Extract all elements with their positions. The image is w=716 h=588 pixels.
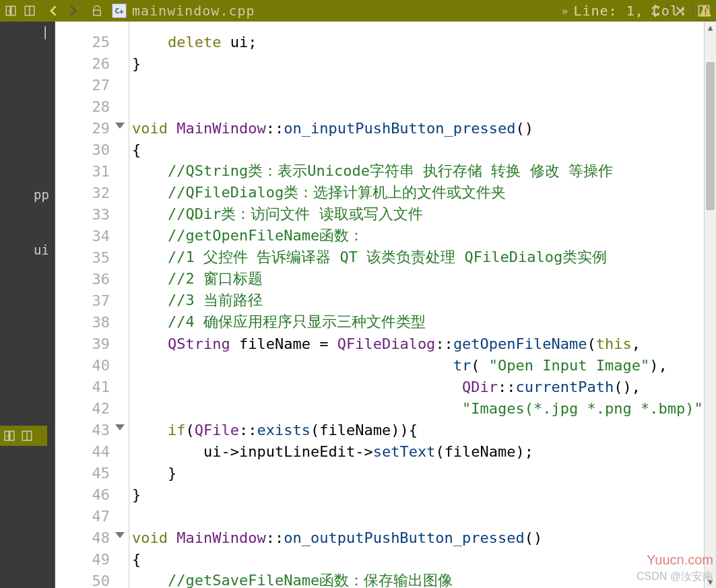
line-number: 29 (55, 117, 129, 139)
code-line[interactable]: } (129, 484, 716, 505)
line-number: 33 (55, 203, 129, 225)
code-line[interactable]: //QString类：表示Unicode字符串 执行存储 转换 修改 等操作 (129, 160, 716, 182)
code-line[interactable]: //3 当前路径 (129, 290, 716, 311)
svg-text:+: + (8, 7, 12, 14)
fold-arrow-icon[interactable] (115, 424, 125, 430)
svg-rect-1 (11, 6, 15, 15)
line-number: 39 (55, 333, 129, 354)
svg-rect-5 (94, 10, 101, 15)
line-number: 40 (55, 354, 129, 376)
left-add-split-button[interactable]: + (1, 426, 18, 445)
code-line[interactable]: //QFileDialog类：选择计算机上的文件或文件夹 (129, 182, 716, 203)
left-panel-item-ui[interactable]: ui (34, 242, 49, 257)
line-number: 45 (55, 462, 129, 484)
fold-arrow-icon[interactable] (115, 532, 125, 538)
code-line[interactable]: QString fileName = QFileDialog::getOpenF… (129, 333, 716, 354)
fold-arrow-icon[interactable] (115, 123, 125, 129)
line-number: 46 (55, 484, 129, 505)
line-number: 47 (55, 505, 129, 527)
code-line[interactable]: void MainWindow::on_inputPushButton_pres… (129, 117, 716, 139)
line-number: 41 (55, 376, 129, 397)
left-panel-item-top: | (42, 24, 49, 39)
line-number: 34 (55, 225, 129, 247)
left-mid-toolbar: + (0, 426, 47, 446)
code-line[interactable]: //QDir类：访问文件 读取或写入文件 (129, 203, 716, 225)
code-line[interactable]: ui->inputLineEdit->setText(fileName); (129, 440, 716, 462)
code-line[interactable]: //getSaveFileName函数：保存输出图像 (129, 570, 716, 588)
left-panel: | pp ui + (0, 22, 55, 588)
code-line[interactable]: { (129, 139, 716, 160)
code-line[interactable] (129, 505, 716, 527)
line-number: 30 (55, 139, 129, 160)
code-line[interactable]: delete ui; (129, 31, 716, 53)
code-line[interactable]: //getOpenFileName函数： (129, 225, 716, 247)
line-number: 27 (55, 74, 129, 96)
code-line[interactable]: //1 父控件 告诉编译器 QT 该类负责处理 QFileDialog类实例 (129, 247, 716, 268)
code-line[interactable] (129, 96, 716, 117)
line-number: 32 (55, 182, 129, 203)
line-number: 44 (55, 440, 129, 462)
watermark-site: Yuucn.com (647, 552, 713, 568)
left-panel-item-cpp[interactable]: pp (34, 187, 49, 202)
line-number: 31 (55, 160, 129, 182)
add-split-button[interactable]: + (1, 1, 20, 20)
more-indicator-icon: » (562, 5, 568, 18)
filename-label: mainwindow.cpp (132, 3, 255, 19)
code-editor[interactable]: 2526272829303132333435363738394041424344… (55, 22, 716, 588)
left-split-button[interactable] (19, 426, 35, 445)
code-area[interactable]: delete ui;}void MainWindow::on_inputPush… (129, 22, 716, 588)
code-line[interactable]: //4 确保应用程序只显示三种文件类型 (129, 311, 716, 333)
svg-text:+: + (7, 432, 11, 439)
line-number: 37 (55, 290, 129, 311)
svg-rect-8 (699, 6, 704, 16)
line-number: 36 (55, 268, 129, 290)
code-line[interactable]: tr( "Open Input Image"), (129, 354, 716, 376)
scroll-up-button[interactable]: ▲ (705, 22, 716, 34)
line-number: 26 (55, 53, 129, 74)
code-line[interactable]: QDir::currentPath(), (129, 376, 716, 397)
code-line[interactable]: { (129, 548, 716, 570)
code-line[interactable]: "Images(*.jpg *.png *.bmp)"); (129, 397, 716, 419)
code-line[interactable]: } (129, 462, 716, 484)
split-view-button[interactable] (20, 1, 39, 20)
cpp-file-icon (112, 3, 127, 18)
cursor-position-label[interactable]: Line: 1, Col: (573, 3, 688, 19)
line-number: 49 (55, 548, 129, 570)
editor-toolbar: + mainwindow.cpp » Line: 1, Col: + (0, 0, 716, 22)
code-line[interactable]: void MainWindow::on_outputPushButton_pre… (129, 527, 716, 548)
line-number: 25 (55, 31, 129, 53)
line-number: 42 (55, 397, 129, 419)
lock-icon[interactable] (88, 1, 106, 20)
nav-forward-button[interactable] (63, 1, 82, 20)
scroll-thumb[interactable] (706, 62, 715, 210)
svg-rect-12 (10, 431, 14, 440)
svg-text:+: + (706, 7, 710, 14)
code-line[interactable]: if(QFile::exists(fileName)){ (129, 419, 716, 440)
line-number-gutter: 2526272829303132333435363738394041424344… (55, 22, 129, 588)
code-line[interactable]: //2 窗口标题 (129, 268, 716, 290)
vertical-scrollbar[interactable]: ▲ ▼ (704, 22, 716, 588)
code-line[interactable]: } (129, 53, 716, 74)
sidebar-toggle-button[interactable]: + (694, 1, 713, 20)
line-number: 43 (55, 419, 129, 440)
watermark-author: CSDN @汝安南 (637, 570, 713, 584)
line-number: 38 (55, 311, 129, 333)
line-number: 28 (55, 96, 129, 117)
line-number: 50 (55, 570, 129, 588)
code-line[interactable] (129, 74, 716, 96)
nav-back-button[interactable] (44, 1, 63, 20)
line-number: 35 (55, 247, 129, 268)
line-number: 48 (55, 527, 129, 548)
